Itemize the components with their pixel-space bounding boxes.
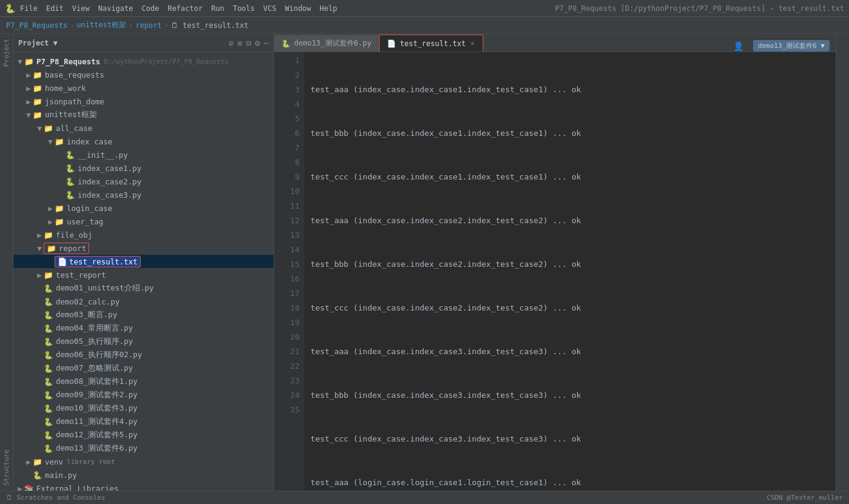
menu-code[interactable]: Code: [142, 4, 159, 13]
tree-label-login-case: login_case: [67, 204, 112, 213]
tree-demo04[interactable]: 🐍 demo04_常用断言.py: [13, 321, 273, 335]
app-icon: 🐍: [5, 4, 15, 13]
menu-file[interactable]: File: [20, 4, 38, 13]
tree-demo09[interactable]: 🐍 demo09_测试套件2.py: [13, 388, 273, 402]
menu-vcs[interactable]: VCS: [263, 4, 277, 13]
tree-home-work[interactable]: ▶ 📁 home_work: [13, 81, 273, 95]
tree-label-demo10: demo10_测试套件3.py: [56, 403, 138, 414]
tree-test-report[interactable]: ▶ 📁 test_report: [13, 268, 273, 281]
tree-label-report: report: [59, 244, 86, 253]
py-icon-demo09: 🐍: [44, 391, 53, 400]
tab-close-test-result[interactable]: ✕: [469, 39, 476, 47]
settings-icon[interactable]: ⚙: [255, 38, 260, 48]
tree-label-main-py: main.py: [45, 471, 77, 480]
arrow-home-work: ▶: [24, 84, 33, 93]
code-line-1: test_aaa (index_case.index_case1.index_t…: [310, 82, 836, 97]
tree-unittest[interactable]: ▼ 📁 unittest框架: [13, 108, 273, 121]
tree-label-demo05: demo05_执行顺序.py: [56, 337, 133, 347]
tree-all-case[interactable]: ▼ 📁 all_case: [13, 121, 273, 135]
breadcrumb-project[interactable]: P7_P8_Requests: [6, 21, 67, 30]
menu-run[interactable]: Run: [211, 4, 224, 13]
menu-tools[interactable]: Tools: [233, 4, 255, 13]
folder-icon-user-tag: 📁: [55, 217, 64, 226]
folder-icon-root: 📁: [24, 57, 34, 66]
tree-demo03[interactable]: 🐍 demo03_断言.py: [13, 308, 273, 321]
tree-label-demo01: demo01_unittest介绍.py: [56, 283, 153, 294]
tree-demo11[interactable]: 🐍 demo11_测试套件4.py: [13, 415, 273, 428]
py-icon-main: 🐍: [33, 471, 42, 480]
tree-index-case[interactable]: ▼ 📁 index case: [13, 135, 273, 148]
tree-jsonpath-dome[interactable]: ▶ 📁 jsonpath_dome: [13, 95, 273, 108]
arrow-login-case: ▶: [46, 204, 55, 213]
tree-label-test-result: test_result.txt: [69, 257, 138, 266]
editor-content[interactable]: 1 2 3 4 5 6 7 8 9 10 11 12 13 14 15 16 1…: [274, 52, 836, 491]
expand-all-icon[interactable]: ≡: [237, 38, 242, 48]
txt-icon-test-result: 📄: [58, 257, 67, 266]
folder-icon-base-requests: 📁: [33, 70, 42, 79]
tree-init-py[interactable]: 🐍 __init__.py: [13, 148, 273, 161]
vtab-structure[interactable]: Structure: [1, 445, 12, 491]
tree-demo13[interactable]: 🐍 demo13_测试套件6.py: [13, 442, 273, 455]
menu-refactor[interactable]: Refactor: [167, 4, 203, 13]
tree-test-result-txt[interactable]: 📄 test_result.txt: [13, 255, 273, 268]
vertical-tabs-left: Project Structure: [0, 34, 13, 491]
tree-demo06[interactable]: 🐍 demo06_执行顺序02.py: [13, 348, 273, 361]
menu-bar[interactable]: File Edit View Navigate Code Refactor Ru…: [20, 4, 337, 13]
tree-demo12[interactable]: 🐍 demo12_测试套件5.py: [13, 428, 273, 442]
tree-demo08[interactable]: 🐍 demo08_测试套件1.py: [13, 375, 273, 388]
tree-label-test-report: test_report: [56, 270, 106, 280]
tree-main-py[interactable]: 🐍 main.py: [13, 468, 273, 482]
tree-index-case1[interactable]: 🐍 index_case1.py: [13, 161, 273, 175]
tree-base-requests[interactable]: ▶ 📁 base_requests: [13, 68, 273, 81]
tree-demo07[interactable]: 🐍 demo07_忽略测试.py: [13, 361, 273, 375]
tree-root[interactable]: ▼ 📁 P7_P8_Requests D:/pythonProject/P7_P…: [13, 55, 273, 68]
tree-user-tag[interactable]: ▶ 📁 user_tag: [13, 215, 273, 228]
tree-demo02[interactable]: 🐍 demo02_calc.py: [13, 295, 273, 308]
line-num-20: 20: [274, 330, 300, 344]
tree-demo05[interactable]: 🐍 demo05_执行顺序.py: [13, 335, 273, 348]
sidebar-icons: ⊙ ≡ ⊟ ⚙ −: [229, 38, 269, 48]
py-icon-index-case3: 🐍: [65, 190, 75, 200]
code-line-8: test_bbb (index_case.index_case3.index_t…: [310, 388, 836, 403]
line-num-12: 12: [274, 213, 300, 228]
tree-report[interactable]: ▼ 📁 report: [13, 241, 273, 255]
tree-external-libs[interactable]: ▶ 📚 External Libraries: [13, 482, 273, 491]
tree-label-jsonpath-dome: jsonpath_dome: [45, 97, 104, 106]
scratches-and-consoles[interactable]: 🗒 Scratches and Consoles: [6, 494, 105, 502]
arrow-index-case: ▼: [46, 137, 55, 146]
tree-file-obj[interactable]: ▶ 📁 file_obj: [13, 228, 273, 241]
vtab-project[interactable]: Project: [1, 34, 12, 72]
tree-label-demo08: demo08_测试套件1.py: [56, 377, 138, 387]
tab-demo13[interactable]: 🐍 demo13_测试套件6.py: [274, 35, 379, 52]
tree-login-case[interactable]: ▶ 📁 login_case: [13, 201, 273, 215]
tab-py-icon-demo13: 🐍: [281, 39, 290, 48]
tree-index-case2[interactable]: 🐍 index_case2.py: [13, 175, 273, 188]
code-line-9: test_ccc (index_case.index_case3.index_t…: [310, 432, 836, 446]
code-area[interactable]: test_aaa (index_case.index_case1.index_t…: [304, 52, 836, 491]
folder-icon-report: 📁: [47, 244, 56, 253]
menu-help[interactable]: Help: [320, 4, 337, 13]
run-config-button[interactable]: demo13_测试套件6 ▼: [753, 40, 830, 52]
tree-label-demo02: demo02_calc.py: [56, 297, 119, 306]
locate-icon[interactable]: ⊙: [229, 38, 233, 48]
collapse-all-icon[interactable]: ⊟: [246, 38, 251, 48]
tab-test-result[interactable]: 📄 test_result.txt ✕: [379, 35, 483, 52]
line-num-19: 19: [274, 315, 300, 330]
breadcrumb-unittest[interactable]: unittest框架: [76, 20, 126, 30]
user-icon[interactable]: 👤: [733, 41, 743, 51]
tree-label-root: P7_P8_Requests: [36, 57, 100, 66]
menu-window[interactable]: Window: [285, 4, 311, 13]
tree-venv[interactable]: ▶ 📁 venv library root: [13, 455, 273, 468]
py-icon-demo01: 🐍: [44, 284, 53, 293]
tree-index-case3[interactable]: 🐍 index_case3.py: [13, 188, 273, 201]
breadcrumb-report[interactable]: report: [135, 21, 161, 30]
tree-demo01[interactable]: 🐍 demo01_unittest介绍.py: [13, 281, 273, 295]
menu-view[interactable]: View: [72, 4, 90, 13]
sidebar-tree[interactable]: ▼ 📁 P7_P8_Requests D:/pythonProject/P7_P…: [13, 52, 273, 491]
tree-label-index-case3: index_case3.py: [78, 190, 141, 200]
folder-icon-jsonpath-dome: 📁: [33, 97, 42, 106]
close-sidebar-icon[interactable]: −: [264, 38, 269, 48]
menu-edit[interactable]: Edit: [46, 4, 64, 13]
menu-navigate[interactable]: Navigate: [98, 4, 133, 13]
tree-demo10[interactable]: 🐍 demo10_测试套件3.py: [13, 402, 273, 415]
